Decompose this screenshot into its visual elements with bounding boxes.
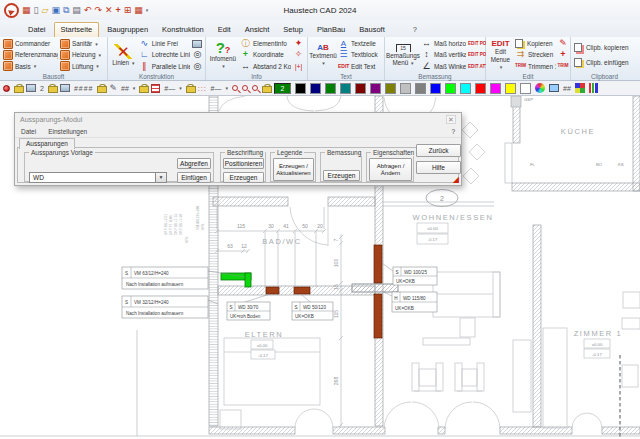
lock-icon[interactable] <box>97 84 105 93</box>
textzeile-button[interactable]: ATextzeile <box>337 38 383 49</box>
edit-pen-button[interactable]: ✎ <box>557 38 570 49</box>
edit-pos-button[interactable]: EDIT POS. <box>467 38 486 49</box>
bemassungs-menue-button[interactable]: 15 Bemaßungs Menü ▾ <box>387 38 419 72</box>
chevron-down-icon[interactable]: ▼ <box>155 173 166 182</box>
color-swatch[interactable] <box>490 83 501 94</box>
aussparung-brown-wd3070[interactable] <box>266 287 279 294</box>
color-swatch[interactable] <box>505 83 516 94</box>
beschriftung-erzeugen-button[interactable]: Erzeugen <box>223 172 264 183</box>
color-swatch[interactable] <box>310 83 321 94</box>
aussparung-green-vm32[interactable] <box>245 273 251 287</box>
color-swatch[interactable] <box>370 83 381 94</box>
render-sphere-icon[interactable] <box>535 83 545 93</box>
lotrechte-linien-button[interactable]: ∟Lotrechte Linien <box>138 49 190 60</box>
mass-winkel-button[interactable]: ∠Maß Winkel <box>420 61 466 72</box>
qat-dropdown-icon[interactable]: ▾ <box>146 8 149 13</box>
clipboard-copy-button[interactable]: Clipb. kopieren <box>573 42 637 54</box>
label-box-wd11580[interactable]: H WD 115/80 UK=OKB <box>382 291 437 312</box>
monitor-icon[interactable] <box>549 84 559 92</box>
lock-icon[interactable] <box>186 84 194 93</box>
abfragen-aendern-button[interactable]: Abfragen / Ändern <box>369 158 412 181</box>
record-icon[interactable] <box>3 85 10 92</box>
elementinfo-button[interactable]: ⓘElementinfo <box>239 38 291 49</box>
layer-value[interactable]: 2 <box>40 85 44 92</box>
drawing-canvas[interactable]: 115 30 41 50 20 63 12 7 100 15 115 268 <box>0 96 640 439</box>
zoom-window-icon[interactable] <box>252 85 258 91</box>
strecken-button[interactable]: ⇉Strecken <box>514 49 556 60</box>
zoom-in-icon[interactable] <box>232 85 238 91</box>
linie-frei-button[interactable]: ∿Linie Frei <box>138 38 190 49</box>
color-swatch[interactable] <box>355 83 366 94</box>
resize-grip[interactable]: ◢ <box>453 176 459 184</box>
clipboard-paste-button[interactable]: Clipb. einfügen <box>573 57 637 69</box>
linien-button[interactable]: ✕ Linien ▾ <box>110 38 137 72</box>
aussparung-brown-wd10025[interactable] <box>374 245 382 283</box>
kopieren-button[interactable]: Kopieren <box>514 38 556 49</box>
abstand-2-koord-button[interactable]: ↔Abstand 2 Koord. <box>239 61 291 72</box>
label-box-wd50120[interactable]: S WD 50/120 UK=OKB <box>292 294 333 320</box>
infomenue-button[interactable]: ?? Infomenü ▾ <box>208 38 238 72</box>
lock-icon[interactable] <box>262 84 270 93</box>
color-swatch[interactable] <box>400 83 411 94</box>
undo-icon[interactable]: ↶ <box>84 6 92 15</box>
chevron-down-icon[interactable]: ▾ <box>133 86 136 91</box>
tab-planbau[interactable]: PlanBau <box>311 23 351 37</box>
info-measure-button[interactable]: |+| <box>292 61 305 72</box>
vorlage-combobox[interactable]: WD ▼ <box>29 172 167 183</box>
commander-button[interactable]: Commander <box>2 38 58 49</box>
info-star2-button[interactable]: ✧ <box>292 49 305 60</box>
edit-text-button[interactable]: EDITEdit Text <box>337 61 383 72</box>
edit-pos2-button[interactable]: EDIT POS. <box>467 49 486 60</box>
lock-icon[interactable] <box>14 84 22 93</box>
tab-konstruktion[interactable]: Konstruktion <box>156 23 210 37</box>
color-swatch[interactable] <box>325 83 336 94</box>
dots-icon[interactable]: ::: <box>198 85 207 92</box>
linetype2-value[interactable]: #— <box>211 85 222 92</box>
chevron-down-icon[interactable]: ▾ <box>179 86 182 91</box>
save-red-icon[interactable]: ▦ <box>22 6 31 15</box>
hatch-style-icon[interactable] <box>151 84 160 93</box>
mass-horizontal-button[interactable]: ↔Maß horizontal <box>420 38 466 49</box>
new-document-icon[interactable]: ▯ <box>34 6 39 15</box>
label-box-wd10025[interactable]: S WD 100/25 UK=OKB <box>382 263 437 285</box>
tool-grid-icon[interactable]: ⊞ <box>124 6 132 15</box>
style-value[interactable]: ## <box>121 85 129 92</box>
tab-bausoft[interactable]: Bausoft <box>353 23 390 37</box>
color-swatch[interactable] <box>415 83 426 94</box>
save-icon[interactable]: ▣ <box>51 6 60 15</box>
edit-plus-button[interactable]: + <box>557 49 570 60</box>
trimmen-button[interactable]: TRIMTrimmen 1 <box>514 61 556 72</box>
lock-icon[interactable] <box>139 84 147 93</box>
menu-datei[interactable]: Datei <box>21 128 36 135</box>
aussparung-brown-wd50120[interactable] <box>294 287 310 294</box>
close-icon[interactable]: ✕ <box>446 115 456 124</box>
einfuegen-button[interactable]: Einfügen <box>177 172 211 183</box>
abgreifen-button[interactable]: Abgreifen <box>177 158 211 169</box>
print-icon[interactable]: ▤ <box>72 6 81 15</box>
parallele-linie-button[interactable]: ∥Parallele Linie <box>138 61 190 72</box>
redo-icon[interactable]: ↷ <box>94 6 102 15</box>
sanitaer-button[interactable]: Sanitär▾ <box>59 38 106 49</box>
koordinate-button[interactable]: +Koordinate <box>239 49 291 60</box>
aussparung-brown-wd11580[interactable] <box>374 294 382 338</box>
zoom-out-icon[interactable] <box>242 85 248 91</box>
color-swatch[interactable] <box>430 83 441 94</box>
heizung-button[interactable]: Heizung▾ <box>59 49 106 60</box>
position-marker[interactable]: 2 <box>426 190 458 207</box>
hilfe-button[interactable]: Hilfe <box>416 161 461 174</box>
color-grid-icon[interactable] <box>575 83 585 93</box>
save-all-icon[interactable]: ⧉ <box>63 6 69 15</box>
circle-8-button[interactable]: ◎ <box>191 49 204 60</box>
textmenue-button[interactable]: AB Textmenü ▾ <box>310 38 336 72</box>
zurueck-button[interactable]: Zurück <box>416 144 461 157</box>
textblock-button[interactable]: ☰Textblock <box>337 49 383 60</box>
hash-icon[interactable]: ## <box>563 85 571 92</box>
linetype-value[interactable]: #— <box>164 85 175 92</box>
lueftung-button[interactable]: Lüftung▾ <box>59 61 106 72</box>
tab-baugruppen[interactable]: Baugruppen <box>101 23 154 37</box>
referenzmanager-button[interactable]: Referenzmanager <box>2 49 58 60</box>
tool-cut-icon[interactable]: ✕ <box>105 6 113 15</box>
dialog-title-bar[interactable]: Aussparungs-Modul ✕ <box>15 113 461 126</box>
color-swatch[interactable] <box>385 83 396 94</box>
screen-tool-button[interactable] <box>191 38 203 49</box>
